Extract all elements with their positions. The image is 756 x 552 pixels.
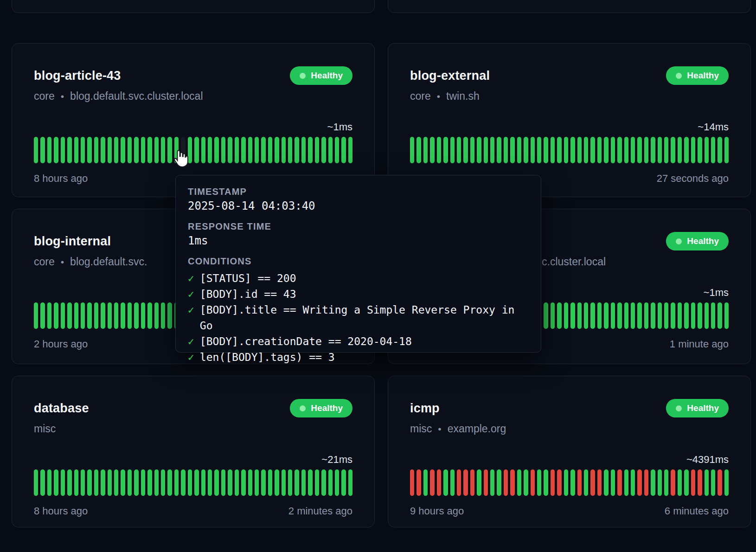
uptime-bar[interactable] [684, 302, 688, 329]
uptime-bar[interactable] [416, 137, 421, 163]
uptime-bar[interactable] [531, 469, 535, 496]
uptime-bar[interactable] [691, 302, 695, 329]
uptime-bar[interactable] [551, 469, 555, 496]
uptime-bar[interactable] [174, 137, 179, 163]
uptime-bar[interactable] [590, 302, 595, 329]
uptime-bar[interactable] [154, 137, 159, 163]
uptime-bar[interactable] [87, 469, 91, 496]
uptime-bar[interactable] [328, 137, 333, 163]
uptime-bar[interactable] [711, 302, 715, 329]
uptime-bar[interactable] [537, 469, 541, 496]
uptime-bar[interactable] [443, 469, 448, 496]
uptime-bar[interactable] [611, 302, 615, 329]
uptime-bar[interactable] [40, 469, 45, 496]
uptime-bar[interactable] [141, 302, 145, 329]
uptime-bar[interactable] [557, 137, 561, 163]
uptime-bar[interactable] [637, 137, 641, 163]
uptime-bar[interactable] [94, 137, 98, 163]
uptime-bar[interactable] [81, 302, 85, 329]
uptime-bar[interactable] [194, 137, 199, 163]
uptime-bar[interactable] [341, 137, 346, 163]
uptime-bar[interactable] [416, 469, 421, 496]
uptime-bar[interactable] [450, 469, 455, 496]
uptime-bar[interactable] [174, 469, 179, 496]
uptime-bar[interactable] [477, 469, 481, 496]
uptime-bar[interactable] [301, 469, 306, 496]
uptime-bar[interactable] [463, 469, 468, 496]
endpoint-card-icmp[interactable]: icmp Healthy misc • example.org ~4391ms … [388, 376, 751, 527]
uptime-bar[interactable] [61, 137, 65, 163]
uptime-bar[interactable] [457, 469, 461, 496]
uptime-bar[interactable] [335, 469, 339, 496]
uptime-bar[interactable] [308, 469, 312, 496]
uptime-bar[interactable] [241, 469, 245, 496]
uptime-bar[interactable] [490, 137, 494, 163]
uptime-bar[interactable] [410, 469, 414, 496]
uptime-bar[interactable] [504, 137, 508, 163]
uptime-bar[interactable] [108, 469, 112, 496]
uptime-bar[interactable] [74, 137, 78, 163]
uptime-bar[interactable] [644, 469, 648, 496]
uptime-bar[interactable] [423, 137, 428, 163]
uptime-bar[interactable] [235, 137, 239, 163]
uptime-bar[interactable] [161, 137, 165, 163]
uptime-bar[interactable] [678, 302, 682, 329]
uptime-bar[interactable] [188, 137, 192, 163]
uptime-bar[interactable] [604, 302, 608, 329]
uptime-bar[interactable] [671, 137, 675, 163]
uptime-bar[interactable] [67, 137, 71, 163]
uptime-bar[interactable] [584, 137, 588, 163]
uptime-bar[interactable] [497, 137, 501, 163]
uptime-bar[interactable] [430, 137, 434, 163]
uptime-bar[interactable] [241, 137, 245, 163]
uptime-bar[interactable] [34, 302, 38, 329]
uptime-bar[interactable] [261, 469, 265, 496]
uptime-bar[interactable] [544, 469, 548, 496]
uptime-bar[interactable] [74, 302, 78, 329]
uptime-bar[interactable] [477, 137, 481, 163]
uptime-bar[interactable] [624, 469, 628, 496]
uptime-bar[interactable] [524, 137, 528, 163]
uptime-bar[interactable] [584, 469, 588, 496]
uptime-bar[interactable] [335, 137, 339, 163]
uptime-bar[interactable] [167, 469, 172, 496]
uptime-bar[interactable] [711, 137, 715, 163]
uptime-bar[interactable] [490, 469, 494, 496]
uptime-bar[interactable] [691, 137, 695, 163]
uptime-bar[interactable] [47, 302, 51, 329]
uptime-bar[interactable] [684, 469, 688, 496]
uptime-bar[interactable] [214, 469, 218, 496]
uptime-bar[interactable] [315, 469, 319, 496]
uptime-bar[interactable] [651, 302, 655, 329]
uptime-bar[interactable] [201, 137, 205, 163]
uptime-bar[interactable] [724, 302, 729, 329]
uptime-bar[interactable] [443, 137, 448, 163]
uptime-bar[interactable] [108, 137, 112, 163]
uptime-bar[interactable] [47, 137, 51, 163]
uptime-bar[interactable] [510, 137, 514, 163]
uptime-bar[interactable] [128, 469, 132, 496]
uptime-bar[interactable] [147, 137, 152, 163]
uptime-bar[interactable] [321, 469, 326, 496]
uptime-bar[interactable] [557, 469, 561, 496]
uptime-bar[interactable] [617, 302, 621, 329]
uptime-bar[interactable] [544, 302, 548, 329]
uptime-bar[interactable] [261, 137, 265, 163]
uptime-bar[interactable] [61, 302, 65, 329]
uptime-bar[interactable] [101, 137, 105, 163]
uptime-bar[interactable] [631, 137, 635, 163]
uptime-bar[interactable] [658, 137, 662, 163]
uptime-bar[interactable] [194, 469, 199, 496]
uptime-bar[interactable] [321, 137, 326, 163]
uptime-bar[interactable] [161, 469, 165, 496]
uptime-bar[interactable] [328, 469, 333, 496]
uptime-bar[interactable] [94, 302, 98, 329]
uptime-bar[interactable] [718, 137, 722, 163]
uptime-bar[interactable] [423, 469, 428, 496]
uptime-bar[interactable] [577, 137, 582, 163]
uptime-bar[interactable] [128, 137, 132, 163]
uptime-bar[interactable] [604, 469, 608, 496]
uptime-bar[interactable] [181, 469, 185, 496]
uptime-bar[interactable] [604, 137, 608, 163]
uptime-bar[interactable] [228, 137, 232, 163]
